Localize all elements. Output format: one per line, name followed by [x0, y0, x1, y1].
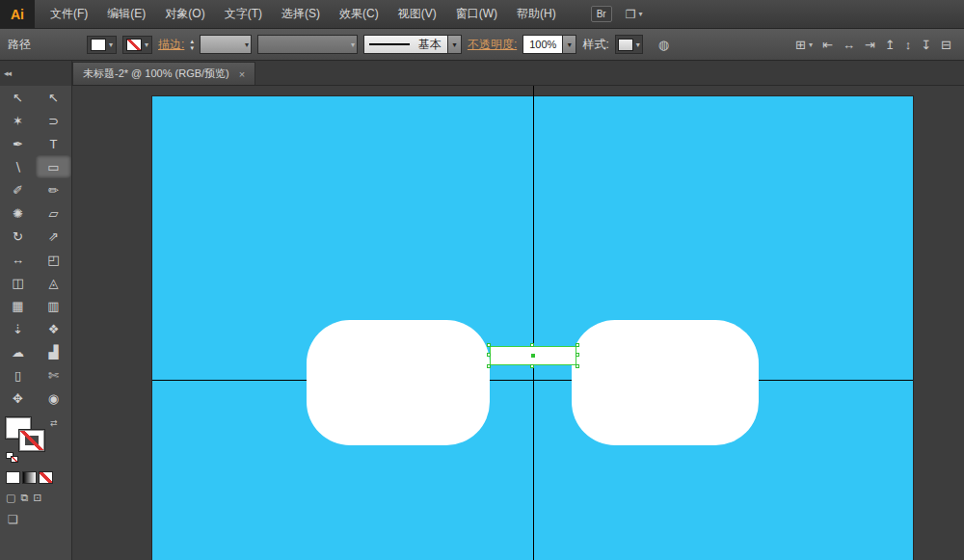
pen-tool[interactable]: ✒: [0, 132, 36, 155]
stroke-weight-dropdown[interactable]: ▾: [200, 35, 252, 54]
style-dropdown[interactable]: ▾: [615, 35, 643, 54]
color-mode-buttons: [6, 471, 71, 484]
screen-mode-row: ❏: [8, 513, 71, 526]
chevron-down-icon[interactable]: ▾: [447, 36, 461, 53]
pencil-tool[interactable]: ✏: [36, 178, 71, 201]
illustrator-window: Ai 文件(F) 编辑(E) 对象(O) 文字(T) 选择(S) 效果(C) 视…: [0, 0, 964, 560]
direct-selection-tool[interactable]: ↖: [36, 86, 71, 109]
rotate-tool[interactable]: ↻: [0, 225, 36, 248]
color-button[interactable]: [6, 471, 20, 484]
bridge-button[interactable]: Br: [591, 6, 612, 22]
selection-handle[interactable]: [576, 343, 579, 347]
tools-panel-header[interactable]: ◂◂: [0, 61, 71, 86]
none-button[interactable]: [39, 471, 53, 484]
menu-window[interactable]: 窗口(W): [446, 0, 507, 28]
paintbrush-tool[interactable]: ✐: [0, 178, 36, 201]
opacity-dropdown[interactable]: 100% ▾: [522, 35, 576, 54]
selected-rectangle[interactable]: [490, 346, 576, 365]
width-tool[interactable]: ↔: [0, 248, 36, 271]
artboard-tool[interactable]: ▯: [0, 363, 36, 387]
stroke-color-dropdown[interactable]: ▾: [122, 36, 152, 54]
menu-view[interactable]: 视图(V): [388, 0, 446, 28]
menu-help[interactable]: 帮助(H): [507, 0, 566, 28]
brush-name: 基本: [415, 37, 445, 53]
collapse-panel-icon[interactable]: ◂◂: [4, 68, 11, 78]
tools-panel: ◂◂ ↖↖✶⊃✒T∖▭✐✏✺▱↻⇗↔◰◫◬▦▥⇣❖☁▟▯✄✥◉ ⇄: [0, 61, 72, 560]
default-fill-stroke-icon[interactable]: [6, 452, 21, 465]
brush-definition-dropdown[interactable]: 基本 ▾: [363, 35, 462, 54]
workspace-switcher[interactable]: ❐ ▾: [626, 8, 643, 21]
canvas[interactable]: [72, 86, 964, 560]
shape-builder-tool[interactable]: ◫: [0, 271, 36, 294]
stroke-weight-stepper[interactable]: ▴ ▾: [190, 38, 194, 51]
app-logo[interactable]: Ai: [0, 0, 35, 28]
perspective-grid-tool[interactable]: ◬: [36, 271, 71, 294]
document-tab[interactable]: 未标题-2* @ 100% (RGB/预览) ×: [72, 62, 255, 85]
draw-behind-icon[interactable]: ⧉: [20, 492, 28, 504]
symbol-sprayer-tool[interactable]: ☁: [0, 340, 36, 363]
zoom-tool[interactable]: ◉: [36, 387, 71, 410]
type-tool[interactable]: T: [36, 132, 71, 155]
more-options-icon[interactable]: ⊟: [936, 34, 956, 55]
rectangle-tool[interactable]: ▭: [36, 155, 71, 178]
swap-fill-stroke-icon[interactable]: ⇄: [50, 418, 58, 428]
rounded-rectangle-left[interactable]: [307, 320, 490, 445]
menu-edit[interactable]: 编辑(E): [97, 0, 155, 28]
opacity-label[interactable]: 不透明度:: [468, 37, 517, 53]
align-right-icon[interactable]: ⇥: [860, 34, 880, 55]
align-left-icon[interactable]: ⇤: [817, 34, 838, 55]
menu-object[interactable]: 对象(O): [155, 0, 214, 28]
gradient-button[interactable]: [22, 471, 37, 484]
slice-tool[interactable]: ✄: [36, 363, 71, 387]
draw-normal-icon[interactable]: ▢: [6, 492, 15, 504]
selection-tool[interactable]: ↖: [0, 86, 36, 109]
align-top-icon[interactable]: ↥: [880, 34, 900, 55]
transform-menu-icon[interactable]: ⊞▾: [790, 34, 817, 55]
chevron-down-icon[interactable]: ▾: [562, 36, 576, 53]
document-title: 未标题-2* @ 100% (RGB/预览): [83, 67, 229, 81]
selection-center-point[interactable]: [531, 354, 535, 358]
blob-brush-tool[interactable]: ✺: [0, 201, 36, 225]
selection-handle[interactable]: [530, 364, 534, 368]
workspace-icon: ❐: [626, 8, 636, 21]
rounded-rectangle-right[interactable]: [572, 320, 759, 445]
selection-handle[interactable]: [487, 353, 491, 357]
gradient-tool[interactable]: ▥: [36, 294, 71, 317]
stepper-down-icon[interactable]: ▾: [190, 44, 194, 51]
menu-select[interactable]: 选择(S): [272, 0, 330, 28]
hand-tool[interactable]: ✥: [0, 387, 36, 410]
mesh-tool[interactable]: ▦: [0, 294, 36, 317]
align-bottom-icon[interactable]: ↧: [916, 34, 936, 55]
column-graph-tool[interactable]: ▟: [36, 340, 71, 363]
draw-inside-icon[interactable]: ⊡: [33, 492, 41, 504]
lasso-tool[interactable]: ⊃: [36, 109, 71, 132]
recolor-artwork-icon[interactable]: ◍: [658, 38, 669, 52]
variable-width-profile-dropdown[interactable]: ▾: [257, 35, 358, 54]
eyedropper-tool[interactable]: ⇣: [0, 317, 36, 340]
selection-handle[interactable]: [530, 343, 534, 347]
align-center-horizontal-icon[interactable]: ↔: [838, 34, 860, 55]
vertical-path-line[interactable]: [533, 86, 534, 560]
free-transform-tool[interactable]: ◰: [36, 248, 71, 271]
close-tab-icon[interactable]: ×: [239, 68, 245, 80]
scale-tool[interactable]: ⇗: [36, 225, 71, 248]
screen-mode-icon[interactable]: ❏: [8, 513, 18, 526]
selection-handle[interactable]: [487, 364, 491, 368]
context-label: 路径: [8, 37, 31, 53]
menu-file[interactable]: 文件(F): [40, 0, 97, 28]
selection-handle[interactable]: [576, 353, 579, 357]
blend-tool[interactable]: ❖: [36, 317, 71, 340]
eraser-tool[interactable]: ▱: [36, 201, 71, 225]
fill-color-dropdown[interactable]: ▾: [87, 36, 117, 54]
selection-handle[interactable]: [576, 364, 579, 368]
menu-type[interactable]: 文字(T): [215, 0, 272, 28]
stepper-up-icon[interactable]: ▴: [190, 38, 194, 44]
align-middle-icon[interactable]: ↕: [900, 34, 917, 55]
stroke-color-indicator[interactable]: [19, 430, 44, 451]
line-segment-tool[interactable]: ∖: [0, 155, 36, 178]
magic-wand-tool[interactable]: ✶: [0, 109, 36, 132]
chevron-down-icon: ▾: [638, 10, 642, 18]
stroke-weight-label[interactable]: 描边:: [158, 37, 184, 53]
selection-handle[interactable]: [487, 343, 491, 347]
menu-effect[interactable]: 效果(C): [330, 0, 388, 28]
